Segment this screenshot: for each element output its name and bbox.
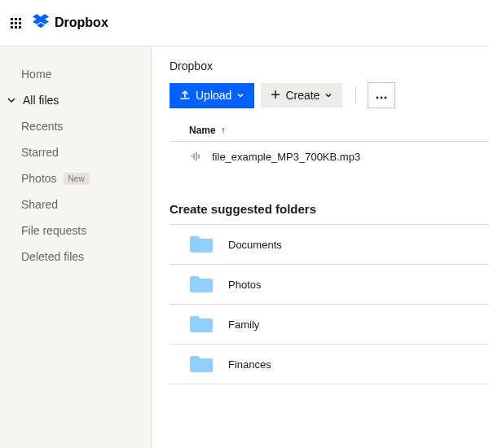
sidebar-item-shared[interactable]: Shared — [0, 191, 151, 217]
suggested-folder-name: Documents — [228, 239, 282, 251]
folder-icon — [189, 275, 214, 294]
sidebar-item-label: Recents — [21, 120, 63, 133]
sidebar-item-deleted-files[interactable]: Deleted files — [0, 244, 151, 270]
create-button[interactable]: Create — [261, 83, 342, 108]
sidebar-item-label: Starred — [21, 146, 59, 159]
chevron-down-icon — [324, 89, 333, 102]
sidebar-item-home[interactable]: Home — [0, 61, 151, 87]
apps-grid-icon[interactable] — [11, 18, 21, 29]
svg-point-0 — [377, 96, 379, 99]
file-name: file_example_MP3_700KB.mp3 — [212, 151, 360, 163]
breadcrumb: Dropbox — [170, 59, 489, 72]
chevron-down-icon — [236, 89, 244, 102]
sidebar-item-all-files[interactable]: All files — [0, 87, 151, 113]
sidebar-item-file-requests[interactable]: File requests — [0, 217, 151, 244]
new-badge: New — [64, 173, 90, 185]
folder-icon — [189, 354, 214, 374]
sidebar-item-label: Shared — [21, 198, 58, 211]
ellipsis-icon — [376, 90, 387, 102]
dropbox-glyph-icon — [33, 14, 49, 32]
svg-point-2 — [385, 96, 387, 99]
suggested-folder-row[interactable]: Documents — [170, 224, 489, 264]
main-content: Dropbox Upload Create — [152, 46, 489, 448]
sidebar-item-photos[interactable]: Photos New — [0, 165, 151, 191]
dropbox-logo[interactable]: Dropbox — [33, 14, 108, 32]
sidebar-item-label: All files — [23, 94, 59, 107]
suggested-folder-name: Family — [228, 318, 259, 331]
suggested-folder-row[interactable]: Photos — [170, 264, 489, 304]
create-button-label: Create — [285, 89, 319, 102]
svg-point-1 — [381, 96, 383, 99]
top-bar: Dropbox — [0, 0, 489, 46]
upload-button[interactable]: Upload — [170, 83, 254, 108]
sort-arrow-up-icon[interactable]: ↑ — [221, 125, 226, 136]
folder-icon — [189, 314, 214, 334]
sidebar-item-label: File requests — [21, 224, 86, 237]
plus-icon — [271, 89, 280, 102]
toolbar: Upload Create — [170, 82, 489, 108]
sidebar-item-label: Home — [21, 68, 51, 81]
sidebar-item-recents[interactable]: Recents — [0, 113, 151, 139]
audio-file-icon — [189, 150, 202, 163]
sidebar: Home All files Recents Starred Photos Ne… — [0, 46, 152, 448]
folder-icon — [189, 235, 214, 254]
chevron-down-icon — [7, 95, 16, 105]
table-header: Name ↑ — [170, 120, 489, 142]
column-name[interactable]: Name — [189, 125, 216, 136]
dropbox-wordmark: Dropbox — [55, 15, 108, 30]
more-button[interactable] — [368, 82, 395, 108]
sidebar-item-label: Photos — [21, 172, 57, 185]
suggested-folder-row[interactable]: Family — [170, 304, 489, 344]
toolbar-separator — [355, 86, 356, 104]
upload-button-label: Upload — [196, 89, 231, 102]
upload-icon — [179, 89, 191, 103]
suggested-folder-name: Finances — [228, 358, 271, 371]
file-row[interactable]: file_example_MP3_700KB.mp3 — [170, 142, 489, 171]
suggested-heading: Create suggested folders — [170, 202, 489, 216]
sidebar-item-starred[interactable]: Starred — [0, 139, 151, 165]
sidebar-item-label: Deleted files — [21, 250, 84, 263]
suggested-folder-name: Photos — [228, 279, 261, 291]
suggested-folder-row[interactable]: Finances — [170, 344, 489, 384]
